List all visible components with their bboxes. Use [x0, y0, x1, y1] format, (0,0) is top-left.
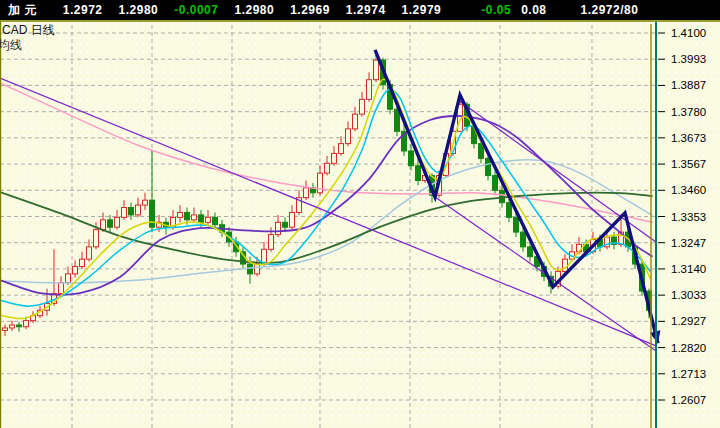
candle-up	[269, 235, 274, 250]
candle-up	[178, 212, 183, 217]
candle-up	[325, 163, 330, 173]
candle-up	[3, 328, 8, 330]
chart-panel: 1.41001.39931.38871.37801.36731.35671.34…	[0, 20, 720, 428]
quote-value: 0.08	[521, 3, 546, 17]
candle-up	[360, 99, 365, 114]
candle-up	[374, 60, 379, 80]
candle-up	[304, 188, 309, 198]
candle-down	[283, 222, 288, 227]
price-axis-label: 1.2607	[671, 394, 706, 406]
candle-up	[115, 217, 120, 227]
candle-down	[514, 217, 519, 232]
quote-value: 1.2980	[119, 3, 159, 17]
price-axis-label: 1.3460	[671, 184, 706, 196]
quote-value: 1.2980	[234, 3, 274, 17]
candle-up	[206, 217, 211, 222]
candle-up	[122, 208, 127, 218]
quote-bar: 加 元1.29721.2980-0.00071.29801.29691.2974…	[0, 0, 720, 20]
ma-pink-slowest	[0, 83, 652, 222]
price-axis-label: 1.4100	[671, 27, 706, 39]
trading-app-window: 加 元1.29721.2980-0.00071.29801.29691.2974…	[0, 0, 720, 428]
price-axis-label: 1.2820	[671, 342, 706, 354]
candle-up	[339, 144, 344, 154]
quote-value: -0.0007	[174, 3, 218, 17]
price-axis-label: 1.3353	[671, 211, 706, 223]
price-axis-label: 1.2927	[671, 315, 706, 327]
candle-down	[528, 247, 533, 257]
candle-down	[185, 212, 190, 219]
candle-up	[94, 230, 99, 247]
candle-down	[213, 217, 218, 224]
candle-down	[17, 325, 22, 327]
candle-down	[150, 200, 155, 227]
candle-up	[87, 247, 92, 259]
price-axis-label: 1.2713	[671, 368, 706, 380]
candle-down	[248, 264, 253, 274]
candle-up	[66, 274, 71, 283]
candle-up	[73, 267, 78, 274]
candle-up	[136, 205, 141, 215]
candle-up	[276, 222, 281, 234]
candle-down	[507, 203, 512, 218]
candle-up	[24, 321, 29, 327]
candle-up	[290, 212, 295, 227]
quote-value: 1.2972/80	[580, 3, 638, 17]
price-axis-label: 1.3887	[671, 79, 706, 91]
candle-up	[255, 264, 260, 274]
candle-up	[332, 153, 337, 163]
quote-value: -0.05	[481, 3, 511, 17]
quote-value: 加 元	[8, 2, 37, 19]
candle-down	[108, 220, 113, 227]
price-chart-canvas[interactable]: 1.41001.39931.38871.37801.36731.35671.34…	[0, 20, 720, 428]
price-axis-label: 1.3993	[671, 53, 706, 65]
quote-value: 1.2972	[63, 3, 103, 17]
price-axis-label: 1.3673	[671, 132, 706, 144]
price-axis-label: 1.3567	[671, 158, 706, 170]
candle-down	[199, 215, 204, 222]
candle-up	[80, 259, 85, 266]
candle-down	[521, 232, 526, 247]
price-axis-label: 1.3780	[671, 106, 706, 118]
price-axis-label: 1.3247	[671, 237, 706, 249]
candle-down	[409, 151, 414, 166]
candle-up	[101, 220, 106, 230]
quote-value: 1.2969	[290, 3, 330, 17]
candle-up	[59, 283, 64, 294]
candle-down	[416, 166, 421, 181]
candle-up	[143, 200, 148, 205]
quote-value: 1.2974	[346, 3, 386, 17]
candle-up	[10, 325, 15, 328]
quote-value: 1.2979	[402, 3, 442, 17]
candle-up	[192, 215, 197, 220]
candle-up	[346, 129, 351, 144]
candle-down	[129, 208, 134, 215]
ma-lightblue-slow	[0, 160, 652, 283]
trendline-long-upper	[0, 78, 656, 346]
candle-up	[367, 80, 372, 100]
price-axis-label: 1.3033	[671, 289, 706, 301]
candle-up	[353, 114, 358, 129]
price-axis-label: 1.3140	[671, 263, 706, 275]
candle-down	[486, 158, 491, 175]
candle-down	[493, 176, 498, 191]
